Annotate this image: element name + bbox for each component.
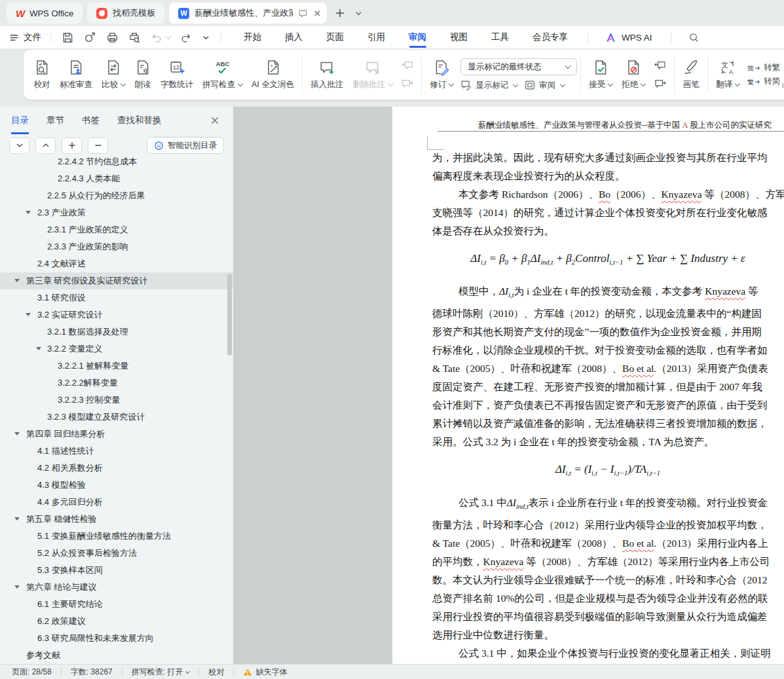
toc-item[interactable]: 5.3 变换样本区间 <box>0 562 233 579</box>
next-revision-button[interactable] <box>652 77 669 90</box>
undo-history-chevron-icon[interactable] <box>166 33 171 39</box>
doc-line[interactable]: 的平均数，Knyazeva 等（2008）、方军雄（2012）等采用行业内各上市… <box>432 553 784 571</box>
new-tab-plus-icon[interactable] <box>333 6 347 20</box>
toc-item[interactable]: 4.4 多元回归分析 <box>0 494 233 511</box>
track-changes-button[interactable]: 修订 <box>425 56 458 94</box>
toc-item[interactable]: 2.3.3 产业政策的影响 <box>0 238 233 255</box>
accept-revision-button[interactable]: 接受 <box>584 56 617 94</box>
toc-item[interactable]: 4.3 模型检验 <box>0 477 233 494</box>
tab-list-chevron-icon[interactable] <box>351 6 365 20</box>
menu-tab-6[interactable]: 工具 <box>491 26 509 48</box>
menu-tab-0[interactable]: 开始 <box>244 26 261 48</box>
doc-line[interactable]: 累计摊销以及资产减值准备的影响，无法准确获得三者投资增加额的数据， <box>432 414 784 433</box>
previous-comment-button[interactable] <box>399 59 416 72</box>
dialog-launcher-icon[interactable] <box>781 82 784 88</box>
comment-bubble-icon[interactable] <box>298 9 308 18</box>
menu-tab-3[interactable]: 引用 <box>367 26 385 48</box>
toc-item[interactable]: 5.2 从众投资事后检验方法 <box>0 545 233 562</box>
menu-tab-5[interactable]: 视图 <box>450 26 468 48</box>
doc-line[interactable]: 偏离程度来表现企业投资行为的从众程度。 <box>432 167 784 185</box>
doc-line[interactable]: & Tate（2005）、叶蓓和祝建军（2008）、Bo et al.（2013… <box>432 359 784 378</box>
doc-line[interactable]: 度固定资产、在建工程、无形资产投资的增加额计算，但是由于 2007 年我 <box>432 378 784 396</box>
smart-toc-button[interactable]: 智能识别目录 <box>147 137 224 154</box>
review-pane-button[interactable]: 审阅 <box>524 79 565 91</box>
print-icon[interactable] <box>106 31 119 44</box>
search-button[interactable] <box>671 32 700 43</box>
menu-tab-1[interactable]: 插入 <box>285 26 303 48</box>
tab-wps-office[interactable]: W WPS Office <box>7 3 83 24</box>
export-icon[interactable] <box>84 31 96 44</box>
expand-caret-icon[interactable] <box>14 279 20 282</box>
toc-item[interactable]: 3.2 实证研究设计 <box>0 306 233 323</box>
file-menu-button[interactable]: 文件 <box>9 31 50 43</box>
compare-button[interactable]: 比较 <box>97 56 130 94</box>
equation[interactable]: ΔIi,t = β0 + β1ΔIind,t + β2Controli,t−1 … <box>432 249 783 272</box>
save-icon[interactable] <box>62 31 74 44</box>
doc-line[interactable]: 本文参考 Richardson（2006）、Bo（2006）、Knyazeva … <box>432 185 784 204</box>
proofread-button[interactable]: 校对 <box>29 56 55 94</box>
document-page[interactable]: 薪酬业绩敏感性、产业政策与管理者从众投资--基于中国 A 股上市公司的实证研究 … <box>392 107 784 664</box>
print-preview-icon[interactable] <box>128 31 141 44</box>
toc-item[interactable]: 参考文献 <box>0 647 233 664</box>
toc-item[interactable]: 第四章 回归结果分析 <box>0 426 233 443</box>
reject-revision-button[interactable]: 拒绝 <box>617 56 650 94</box>
tab-docer-templates[interactable]: 找稻壳模板 <box>87 3 164 24</box>
spell-check-button[interactable]: ABC 拼写检查 <box>198 56 247 94</box>
sidebar-tab-1[interactable]: 章节 <box>47 107 64 134</box>
doc-line[interactable]: 数。本文认为行业领导企业很难赋予一个统一的标准，叶玲和李心合（2012 <box>432 571 784 589</box>
toc-item[interactable]: 6.3 研究局限性和未来发展方向 <box>0 630 233 647</box>
doc-line[interactable]: 体是否存在从众投资行为。 <box>432 222 784 240</box>
missing-font-warning[interactable]: 缺失字体 <box>243 667 287 678</box>
doc-line[interactable]: 模型中，ΔIi,t为 i 企业在 t 年的投资变动金额，本文参考 Knyazev… <box>432 282 784 304</box>
undo-button[interactable] <box>151 31 170 43</box>
toc-item[interactable]: 第五章 稳健性检验 <box>0 511 233 528</box>
show-markup-button[interactable]: 显示标记 <box>460 79 517 91</box>
standard-review-button[interactable]: 标准审查 <box>55 56 97 94</box>
expand-caret-icon[interactable] <box>14 432 20 435</box>
sidebar-tab-3[interactable]: 查找和替换 <box>117 107 162 134</box>
expand-caret-icon[interactable] <box>26 211 31 214</box>
doc-line[interactable]: 会计准则下，资产负债表已不再报告固定资产和无形资产的原值，由于受到 <box>432 396 784 414</box>
markup-state-select[interactable]: 显示标记的最终状态 <box>460 58 577 75</box>
expand-caret-icon[interactable] <box>26 313 31 316</box>
toc-item[interactable]: 2.3.1 产业政策的定义 <box>0 221 233 238</box>
toc-item[interactable]: 第六章 结论与建议 <box>0 579 233 596</box>
doc-line[interactable]: 公式 3.1 中，如果企业个体投资与行业投资的变化显著正相关，则证明 <box>432 644 784 663</box>
toc-item[interactable]: 第三章 研究假设及实证研究设计 <box>0 272 233 289</box>
doc-line[interactable]: 形资产和其他长期资产支付的现金”一项的数值作为企业投资金额，并用期 <box>432 323 784 341</box>
spell-check-status[interactable]: 拼写检查: 打开 <box>132 667 190 678</box>
toc-item[interactable]: 2.2.4.3 人类本能 <box>0 170 233 187</box>
sidebar-scrollbar-thumb[interactable] <box>227 274 232 356</box>
toc-item[interactable]: 2.2.5 从众行为的经济后果 <box>0 187 233 204</box>
translate-button[interactable]: 文A 翻译 <box>711 56 744 94</box>
ai-polish-button[interactable]: AI 全文润色 <box>247 56 299 94</box>
toc-item[interactable]: 3.2.3 模型建立及研究设计 <box>0 409 233 426</box>
toc-item[interactable]: 4.1 描述性统计 <box>0 443 233 460</box>
toc-item[interactable]: 2.4 文献评述 <box>0 255 233 272</box>
redo-button[interactable] <box>180 31 192 43</box>
toc-expand-button[interactable] <box>35 138 56 154</box>
toc-item[interactable]: 3.2.2.2解释变量 <box>0 375 233 392</box>
toc-collapse-button[interactable] <box>9 138 29 154</box>
doc-line[interactable]: 采用行业投资的平均值很容易受到极端值的影响导致测量从众行为造成偏差 <box>432 608 784 626</box>
doc-line[interactable]: 总资产排名前 10%的公司，但是企业规模与是否为领导企业并没有必然的联 <box>432 589 784 608</box>
menu-tab-7[interactable]: 会员专享 <box>532 26 568 48</box>
toc-item[interactable]: 6.2 政策建议 <box>0 613 233 630</box>
sidebar-tab-2[interactable]: 书签 <box>82 107 100 134</box>
previous-revision-button[interactable] <box>652 59 669 72</box>
toc-item[interactable]: 4.2 相关系数分析 <box>0 460 233 477</box>
menu-tab-4[interactable]: 审阅 <box>409 26 426 48</box>
toc-item[interactable]: 3.2.2.1 被解释变量 <box>0 358 233 375</box>
ink-brush-button[interactable]: 画笔 <box>678 56 704 94</box>
toc-item[interactable]: 3.1 研究假设 <box>0 289 233 306</box>
word-count-indicator[interactable]: 字数: 38267 <box>71 667 113 678</box>
toc-item[interactable]: 3.2.2 变量定义 <box>0 340 233 358</box>
to-simplified-button[interactable]: 繁 转简 <box>747 76 780 87</box>
read-aloud-button[interactable]: 朗读 <box>130 56 156 94</box>
expand-caret-icon[interactable] <box>14 585 20 589</box>
expand-caret-icon[interactable] <box>14 517 20 521</box>
wps-ai-button[interactable]: WPS AI <box>588 32 652 43</box>
doc-line[interactable]: 选用行业中位数进行衡量。 <box>432 626 784 644</box>
doc-line[interactable]: 为，并据此决策。因此，现有研究大多通过刻画企业投资与其所在行业平均 <box>432 149 784 167</box>
menu-tab-2[interactable]: 页面 <box>326 26 344 48</box>
